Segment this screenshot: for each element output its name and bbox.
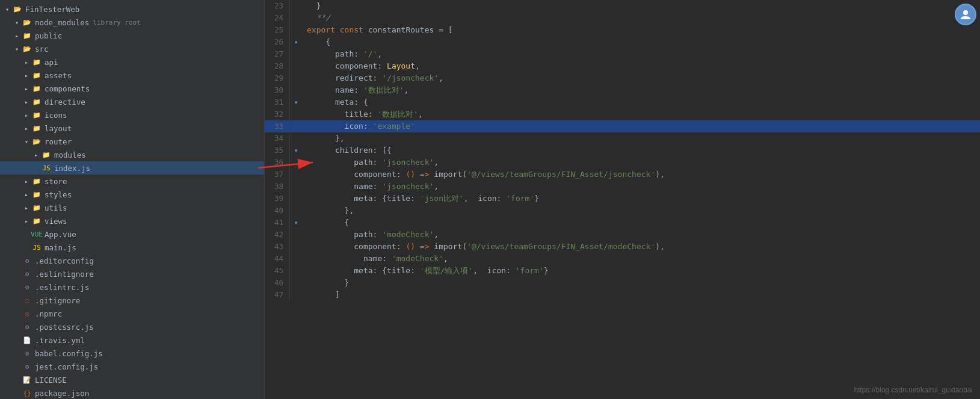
code-content-45: meta: {title: '模型/输入项', icon: 'form'}: [302, 265, 980, 277]
sidebar-item-fintesterweb[interactable]: ▾📂FinTesterWeb: [0, 2, 264, 16]
sidebar-label-main_js: main.js: [45, 243, 76, 252]
sidebar-item-directive[interactable]: ▸📁directive: [0, 95, 264, 108]
tree-arrow-api: ▸: [22, 59, 31, 66]
gutter-47: [290, 289, 302, 301]
file-icon-index_js: JS: [41, 164, 52, 172]
sidebar-item-assets[interactable]: ▸📁assets: [0, 69, 264, 82]
sidebar-item-license[interactable]: 📝LICENSE: [0, 373, 264, 386]
tree-arrow-router: ▾: [22, 138, 31, 145]
line-number-29: 29: [265, 72, 290, 84]
file-icon-public: 📁: [22, 32, 32, 40]
sidebar-item-src[interactable]: ▾📂src: [0, 42, 264, 55]
file-icon-jest_config_js: ⚙: [22, 363, 32, 371]
line-number-40: 40: [265, 205, 290, 217]
sidebar-label-license: LICENSE: [35, 376, 67, 385]
sidebar-item-store[interactable]: ▸📁store: [0, 175, 264, 188]
svg-point-0: [963, 10, 968, 15]
sidebar-item-app_vue[interactable]: VUEApp.vue: [0, 227, 264, 241]
sidebar-label-eslintrc_js: .eslintrc.js: [35, 283, 89, 292]
sidebar-label-icons: icons: [45, 111, 67, 120]
sidebar-item-styles[interactable]: ▸📁styles: [0, 188, 264, 201]
code-row-33: 33 icon: 'example': [265, 120, 980, 132]
code-row-42: 42 path: 'modeCheck',: [265, 229, 980, 241]
sidebar-item-utils[interactable]: ▸📁utils: [0, 201, 264, 214]
file-icon-utils: 📁: [31, 204, 42, 212]
tree-arrow-layout: ▸: [22, 125, 31, 132]
code-row-47: 47 ]: [265, 289, 980, 301]
file-icon-icons: 📁: [31, 111, 42, 119]
avatar[interactable]: [955, 4, 976, 25]
code-editor: 23 }24 **/25export const constantRoutes …: [265, 0, 980, 399]
line-number-38: 38: [265, 181, 290, 193]
gutter-34: [290, 132, 302, 144]
sidebar-item-router[interactable]: ▾📂router: [0, 135, 264, 148]
sidebar-item-jest_config_js[interactable]: ⚙jest.config.js: [0, 360, 264, 373]
sidebar-item-views[interactable]: ▸📁views: [0, 214, 264, 227]
sidebar-item-layout[interactable]: ▸📁layout: [0, 122, 264, 135]
gutter-38: [290, 181, 302, 193]
file-icon-app_vue: VUE: [31, 230, 42, 238]
gutter-30: [290, 84, 302, 96]
code-row-37: 37 component: () => import('@/views/team…: [265, 169, 980, 181]
file-icon-layout: 📁: [31, 125, 42, 132]
sidebar-item-eslintignore[interactable]: ⚙.eslintignore: [0, 267, 264, 280]
code-content-27: path: '/',: [302, 48, 980, 60]
sidebar-item-modules[interactable]: ▸📁modules: [0, 148, 264, 161]
sidebar-item-babel_config_js[interactable]: ⚙babel.config.js: [0, 347, 264, 360]
gutter-39: [290, 193, 302, 205]
line-number-27: 27: [265, 48, 290, 60]
gutter-32: [290, 108, 302, 120]
sidebar-item-api[interactable]: ▸📁api: [0, 55, 264, 69]
file-icon-travis_yml: 📄: [22, 336, 32, 344]
line-number-30: 30: [265, 84, 290, 96]
line-number-25: 25: [265, 24, 290, 36]
gutter-23: [290, 0, 302, 12]
code-row-24: 24 **/: [265, 12, 980, 24]
file-tree[interactable]: ▾📂FinTesterWeb▾📂node_moduleslibrary root…: [0, 0, 265, 399]
line-number-35: 35: [265, 144, 290, 156]
sidebar-item-public[interactable]: ▸📁public: [0, 29, 264, 42]
code-row-36: 36 path: 'jsoncheck',: [265, 156, 980, 169]
line-number-31: 31: [265, 96, 290, 108]
code-row-38: 38 name: 'jsoncheck',: [265, 181, 980, 193]
sidebar-label-eslintignore: .eslintignore: [35, 270, 94, 279]
file-icon-eslintrc_js: ⚙: [22, 283, 32, 291]
file-icon-styles: 📁: [31, 191, 42, 199]
sidebar-label-jest_config_js: jest.config.js: [35, 362, 98, 371]
sidebar-item-gitignore[interactable]: ◌.gitignore: [0, 294, 264, 307]
sidebar-item-components[interactable]: ▸📁components: [0, 82, 264, 95]
sidebar-item-main_js[interactable]: JSmain.js: [0, 241, 264, 254]
code-row-40: 40 },: [265, 205, 980, 217]
code-row-43: 43 component: () => import('@/views/team…: [265, 241, 980, 253]
code-row-32: 32 title: '数据比对',: [265, 108, 980, 120]
code-row-31: 31▾ meta: {: [265, 96, 980, 108]
sidebar-item-travis_yml[interactable]: 📄.travis.yml: [0, 333, 264, 347]
code-content-24: **/: [302, 12, 980, 24]
line-number-24: 24: [265, 12, 290, 24]
gutter-27: [290, 48, 302, 60]
sidebar-badge-node_modules: library root: [93, 19, 140, 26]
sidebar-item-node_modules[interactable]: ▾📂node_moduleslibrary root: [0, 16, 264, 29]
code-row-26: 26▾ {: [265, 36, 980, 48]
sidebar-label-fintesterweb: FinTesterWeb: [25, 5, 79, 14]
file-icon-assets: 📁: [31, 72, 42, 79]
sidebar-item-editorconfig[interactable]: ⚙.editorconfig: [0, 254, 264, 267]
sidebar-item-postcssrc_js[interactable]: ⚙.postcssrc.js: [0, 320, 264, 333]
code-row-27: 27 path: '/',: [265, 48, 980, 60]
sidebar-item-npmrc[interactable]: ◎.npmrc: [0, 307, 264, 320]
sidebar-item-icons[interactable]: ▸📁icons: [0, 108, 264, 122]
file-icon-postcssrc_js: ⚙: [22, 323, 32, 331]
sidebar-item-index_js[interactable]: JSindex.js: [0, 161, 264, 175]
sidebar-item-package_json[interactable]: {}package.json: [0, 386, 264, 399]
tree-arrow-fintesterweb: ▾: [2, 6, 12, 13]
sidebar-item-eslintrc_js[interactable]: ⚙.eslintrc.js: [0, 280, 264, 294]
gutter-46: [290, 277, 302, 289]
gutter-25: [290, 24, 302, 36]
sidebar-label-styles: styles: [45, 190, 72, 199]
gutter-40: [290, 205, 302, 217]
code-content-23: }: [302, 0, 980, 12]
file-icon-eslintignore: ⚙: [22, 270, 32, 278]
gutter-43: [290, 241, 302, 253]
sidebar-label-package_json: package.json: [35, 389, 89, 398]
tree-arrow-components: ▸: [22, 85, 31, 92]
